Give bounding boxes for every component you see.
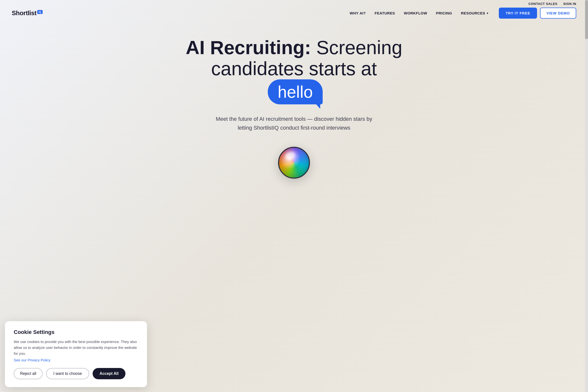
cookie-title: Cookie Settings: [14, 329, 138, 336]
hero-subtitle: Meet the future of AI recruitment tools …: [213, 115, 375, 132]
accept-all-button[interactable]: Accept All: [92, 368, 126, 379]
chevron-down-icon: ▼: [486, 12, 489, 15]
reject-all-button[interactable]: Reject all: [14, 368, 43, 379]
hero-title-bold: AI Recruiting:: [186, 37, 311, 58]
choose-button[interactable]: I want to choose: [46, 368, 90, 379]
cookie-body: We use cookies to provide you with the b…: [14, 339, 138, 356]
view-demo-button[interactable]: VIEW DEMO: [540, 8, 576, 18]
ai-orb: [278, 147, 310, 178]
scrollbar-thumb[interactable]: [585, 0, 588, 39]
nav-pricing[interactable]: PRICING: [436, 11, 452, 15]
hero-title: AI Recruiting: Screeningcandidates start…: [184, 37, 404, 104]
top-bar: CONTACT SALES SIGN IN: [0, 0, 588, 8]
navbar: Shortlist IQ WHY AI? FEATURES WORKFLOW P…: [0, 8, 588, 22]
contact-sales-link[interactable]: CONTACT SALES: [528, 2, 558, 6]
cookie-buttons: Reject all I want to choose Accept All: [14, 368, 138, 379]
nav-why-ai[interactable]: WHY AI?: [350, 11, 366, 15]
nav-resources[interactable]: RESOURCES ▼: [461, 11, 489, 15]
hero-bubble: hello: [268, 80, 323, 104]
logo-text: Shortlist: [12, 9, 36, 17]
nav-features[interactable]: FEATURES: [374, 11, 395, 15]
logo[interactable]: Shortlist IQ: [12, 9, 43, 17]
logo-badge: IQ: [37, 10, 43, 14]
nav-links: WHY AI? FEATURES WORKFLOW PRICING RESOUR…: [350, 11, 489, 15]
scrollbar[interactable]: [585, 0, 588, 392]
sign-in-link[interactable]: SIGN IN: [563, 2, 576, 6]
nav-workflow[interactable]: WORKFLOW: [404, 11, 427, 15]
cookie-banner: Cookie Settings We use cookies to provid…: [5, 321, 147, 387]
orb-container: [0, 147, 588, 178]
privacy-policy-link[interactable]: See our Privacy Policy: [14, 358, 50, 362]
hero-section: AI Recruiting: Screeningcandidates start…: [0, 22, 588, 132]
try-free-button[interactable]: TRY IT FREE: [499, 8, 537, 18]
